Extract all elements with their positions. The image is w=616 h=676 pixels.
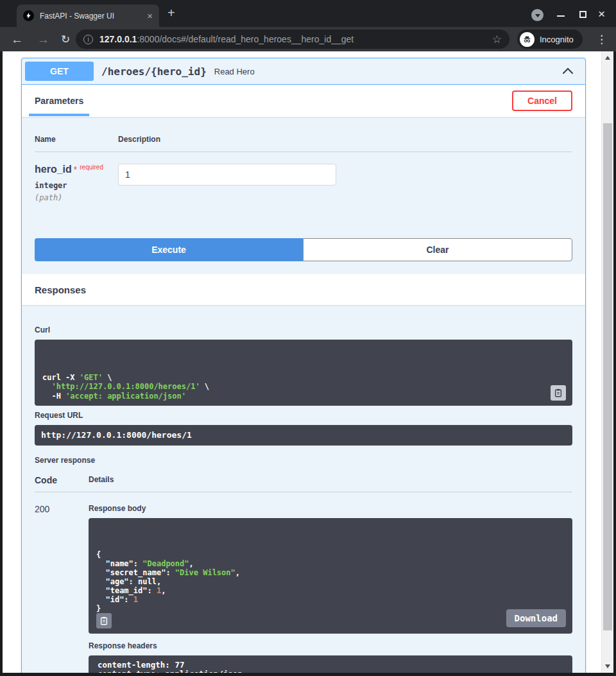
response-headers-label: Response headers <box>89 641 572 650</box>
browser-window: FastAPI - Swagger UI × + × ← → ↻ i 127.0… <box>0 0 616 676</box>
response-body-block: { "name": "Deadpond", "secret_name": "Di… <box>89 518 572 634</box>
incognito-badge: Incognito <box>517 30 583 49</box>
page-scrollbar[interactable] <box>601 51 613 673</box>
copy-response-button[interactable] <box>96 613 112 628</box>
incognito-label: Incognito <box>540 35 574 44</box>
bookmark-star-icon[interactable]: ☆ <box>492 33 502 46</box>
url-text: 127.0.0.1:8000/docs#/default/read_hero_h… <box>99 34 487 44</box>
window-close-button[interactable]: × <box>598 8 605 20</box>
execute-row: Execute Clear <box>22 238 585 274</box>
response-body-label: Response body <box>89 504 572 513</box>
clear-button[interactable]: Clear <box>303 238 572 261</box>
description-column-header: Description <box>118 135 160 144</box>
scrollbar-up-arrow-icon[interactable] <box>605 56 610 60</box>
hero-id-input[interactable] <box>118 164 336 186</box>
scrollbar-down-arrow-icon[interactable] <box>605 664 610 668</box>
tab-close-icon[interactable]: × <box>147 11 153 21</box>
url-host: 127.0.0.1 <box>99 34 137 44</box>
response-body-actions: Download <box>506 609 566 627</box>
server-response-table-header: Code Details <box>35 475 572 492</box>
tab-title: FastAPI - Swagger UI <box>40 12 143 21</box>
browser-menu-icon[interactable]: ⋮ <box>596 33 607 46</box>
curl-label: Curl <box>35 325 572 334</box>
new-tab-button[interactable]: + <box>167 6 175 21</box>
parameters-header: Parameters Cancel <box>22 85 585 117</box>
execute-button[interactable]: Execute <box>35 238 303 261</box>
parameter-type: integer <box>35 181 118 190</box>
required-label: required <box>80 164 103 171</box>
forward-button[interactable]: → <box>37 33 49 46</box>
response-headers-block: content-length: 77content-type: applicat… <box>89 655 572 673</box>
server-response-row: 200 Response body { "name": "Deadpond", … <box>35 492 572 673</box>
details-column-header: Details <box>89 475 572 485</box>
collapse-chevron-icon[interactable] <box>562 65 574 77</box>
scrollbar-thumb[interactable] <box>603 123 612 630</box>
curl-code-block: curl -X 'GET' \ 'http://127.0.0.1:8000/h… <box>35 340 572 406</box>
parameter-value-cell <box>118 164 336 202</box>
browser-toolbar: ← → ↻ i 127.0.0.1:8000/docs#/default/rea… <box>0 27 616 51</box>
browser-tab[interactable]: FastAPI - Swagger UI × <box>17 4 159 27</box>
site-info-icon[interactable]: i <box>83 35 93 44</box>
incognito-icon <box>520 32 535 47</box>
fastapi-favicon-icon <box>23 10 34 21</box>
required-star: * <box>74 164 77 175</box>
swagger-page: GET /heroes/{hero_id} Read Hero Paramete… <box>3 51 601 673</box>
name-column-header: Name <box>35 135 118 144</box>
tab-strip: FastAPI - Swagger UI × + × <box>0 0 616 27</box>
status-code: 200 <box>35 504 89 673</box>
parameters-section: Name Description hero_id * required inte… <box>22 117 585 238</box>
caret-down-icon <box>535 14 540 17</box>
parameters-table-header: Name Description <box>35 122 572 152</box>
responses-header: Responses <box>22 274 585 305</box>
maximize-button[interactable] <box>579 11 586 18</box>
copy-curl-button[interactable] <box>551 385 566 401</box>
parameter-meta: hero_id * required integer (path) <box>35 164 118 202</box>
reload-button[interactable]: ↻ <box>61 34 70 45</box>
response-details: Response body { "name": "Deadpond", "sec… <box>89 504 572 673</box>
parameter-name: hero_id <box>35 164 72 175</box>
url-path: :8000/docs#/default/read_hero_heroes__he… <box>137 34 354 44</box>
code-column-header: Code <box>35 475 89 485</box>
responses-body: Curl curl -X 'GET' \ 'http://127.0.0.1:8… <box>22 305 585 673</box>
opblock-get-heroes: GET /heroes/{hero_id} Read Hero Paramete… <box>21 58 586 673</box>
tab-parameters[interactable]: Parameters <box>35 96 83 106</box>
endpoint-path: /heroes/{hero_id} <box>101 65 207 78</box>
url-bar[interactable]: i 127.0.0.1:8000/docs#/default/read_hero… <box>76 30 509 49</box>
request-url-block: http://127.0.0.1:8000/heroes/1 <box>35 425 572 446</box>
page-viewport: GET /heroes/{hero_id} Read Hero Paramete… <box>3 51 613 673</box>
endpoint-summary: Read Hero <box>214 67 562 76</box>
parameter-row: hero_id * required integer (path) <box>35 152 572 238</box>
http-method-badge[interactable]: GET <box>25 62 94 81</box>
parameter-location: (path) <box>35 193 118 202</box>
responses-title: Responses <box>35 284 86 295</box>
cancel-button[interactable]: Cancel <box>512 91 572 111</box>
tab-search-button[interactable] <box>531 9 543 21</box>
server-response-label: Server response <box>35 456 572 465</box>
request-url-label: Request URL <box>35 411 572 420</box>
minimize-button[interactable] <box>557 15 565 17</box>
opblock-summary[interactable]: GET /heroes/{hero_id} Read Hero <box>22 58 585 85</box>
back-button[interactable]: ← <box>11 33 23 46</box>
download-button[interactable]: Download <box>506 609 566 627</box>
